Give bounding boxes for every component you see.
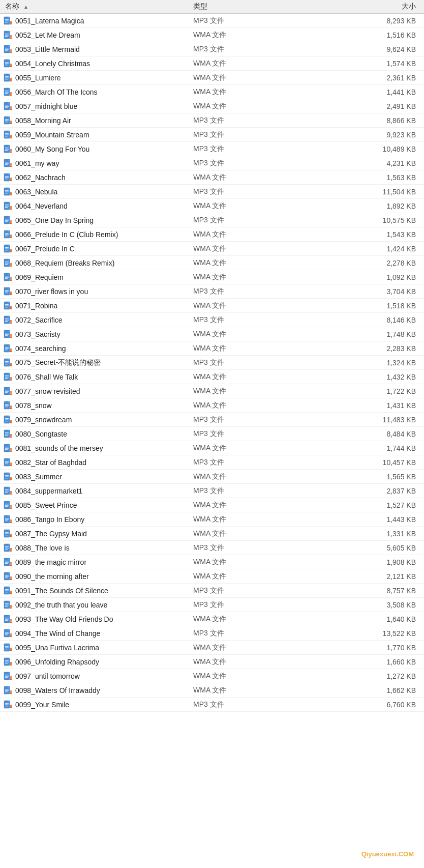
svg-rect-187 [11, 307, 12, 307]
row-name-cell: 0060_My Song For You [0, 144, 193, 154]
table-row[interactable]: 0099_Your Smile MP3 文件 6,760 KB [0, 698, 424, 712]
row-filename: 0082_Star of Baghdad [15, 458, 86, 467]
svg-rect-211 [5, 350, 8, 350]
table-row[interactable]: 0098_Waters Of Irrawaddy WMA 文件 1,662 KB [0, 683, 424, 698]
svg-rect-137 [5, 233, 9, 234]
table-row[interactable]: 0096_Unfolding Rhapsody WMA 文件 1,660 KB [0, 655, 424, 669]
table-row[interactable]: 0082_Star of Baghdad MP3 文件 10,457 KB [0, 455, 424, 470]
table-row[interactable]: 0056_March Of The Icons WMA 文件 1,441 KB [0, 85, 424, 99]
svg-rect-58 [5, 107, 8, 108]
table-row[interactable]: 0079_snowdream MP3 文件 11,483 KB [0, 413, 424, 427]
table-row[interactable]: 0089_the magic mirror WMA 文件 1,908 KB [0, 555, 424, 569]
svg-rect-367 [11, 592, 12, 592]
table-row[interactable]: 0066_Prelude In C (Club Remix) WMA 文件 1,… [0, 227, 424, 242]
svg-rect-116 [11, 193, 12, 194]
svg-rect-322 [11, 520, 12, 521]
table-row[interactable]: 0074_searching WMA 文件 2,283 KB [0, 341, 424, 356]
svg-rect-132 [11, 220, 12, 221]
row-filename: 0093_The Way Old Friends Do [15, 615, 113, 623]
table-row[interactable]: 0054_Lonely Christmas WMA 文件 1,574 KB [0, 56, 424, 71]
svg-rect-193 [5, 321, 8, 322]
table-row[interactable]: 0061_my way MP3 文件 4,231 KB [0, 156, 424, 170]
table-row[interactable]: 0083_Summer WMA 文件 1,565 KB [0, 470, 424, 484]
svg-rect-349 [11, 563, 12, 564]
table-row[interactable]: 0092_the truth that you leave MP3 文件 3,5… [0, 598, 424, 612]
table-row[interactable]: 0058_Morning Air MP3 文件 8,866 KB [0, 113, 424, 128]
row-name-cell: 0057_midnight blue [0, 102, 193, 111]
table-row[interactable]: 0077_snow revisited WMA 文件 1,722 KB [0, 384, 424, 398]
table-row[interactable]: 0097_until tomorrow WMA 文件 1,272 KB [0, 669, 424, 683]
svg-rect-148 [5, 250, 8, 250]
file-list-table: 名称 ▲ 类型 大小 0051_Laterna Magica MP3 文件 8,… [0, 0, 424, 712]
table-row[interactable]: 0088_The love is MP3 文件 5,605 KB [0, 541, 424, 555]
svg-rect-267 [11, 434, 12, 435]
svg-rect-155 [5, 262, 9, 262]
table-row[interactable]: 0052_Let Me Dream WMA 文件 1,516 KB [0, 28, 424, 42]
row-size-cell: 2,121 KB [295, 572, 424, 581]
row-type-cell: WMA 文件 [193, 173, 295, 182]
header-type[interactable]: 类型 [193, 2, 295, 11]
table-row[interactable]: 0072_Sacrifice MP3 文件 8,146 KB [0, 313, 424, 327]
table-row[interactable]: 0068_Requiem (Breaks Remix) WMA 文件 2,278… [0, 256, 424, 270]
svg-rect-139 [5, 236, 8, 236]
file-icon [3, 88, 12, 97]
row-type-cell: WMA 文件 [193, 515, 295, 524]
svg-rect-363 [5, 590, 9, 591]
table-row[interactable]: 0062_Nachrach WMA 文件 1,563 KB [0, 170, 424, 185]
svg-rect-337 [5, 549, 8, 549]
table-row[interactable]: 0059_Mountain Stream MP3 文件 9,923 KB [0, 128, 424, 142]
file-icon [3, 31, 12, 40]
header-size[interactable]: 大小 [295, 2, 424, 11]
table-row[interactable]: 0095_Una Furtiva Lacrima WMA 文件 1,770 KB [0, 641, 424, 655]
table-row[interactable]: 0070_river flows in you MP3 文件 3,704 KB [0, 284, 424, 299]
table-row[interactable]: 0060_My Song For You MP3 文件 10,489 KB [0, 142, 424, 156]
table-row[interactable]: 0057_midnight blue WMA 文件 2,491 KB [0, 99, 424, 113]
svg-rect-427 [5, 691, 8, 692]
row-filename: 0092_the truth that you leave [15, 601, 107, 609]
svg-rect-332 [11, 535, 12, 536]
table-row[interactable]: 0094_The Wind of Change MP3 文件 13,522 KB [0, 626, 424, 641]
table-row[interactable]: 0090_the morning after WMA 文件 2,121 KB [0, 569, 424, 584]
table-row[interactable]: 0067_Prelude In C WMA 文件 1,424 KB [0, 242, 424, 256]
table-row[interactable]: 0075_Secret-不能说的秘密 MP3 文件 1,324 KB [0, 356, 424, 370]
file-icon [3, 301, 12, 310]
table-row[interactable]: 0087_The Gypsy Maid WMA 文件 1,331 KB [0, 527, 424, 541]
table-row[interactable]: 0093_The Way Old Friends Do WMA 文件 1,640… [0, 612, 424, 626]
file-icon [3, 244, 12, 253]
svg-rect-112 [5, 193, 8, 193]
svg-rect-232 [11, 378, 12, 379]
table-row[interactable]: 0069_Requiem WMA 文件 1,092 KB [0, 270, 424, 284]
table-row[interactable]: 0078_snow WMA 文件 1,431 KB [0, 398, 424, 413]
row-filename: 0079_snowdream [15, 416, 72, 424]
row-type-cell: WMA 文件 [193, 615, 295, 624]
table-row[interactable]: 0085_Sweet Prince WMA 文件 1,527 KB [0, 498, 424, 512]
table-row[interactable]: 0073_Sacristy WMA 文件 1,748 KB [0, 327, 424, 341]
table-row[interactable]: 0071_Robina WMA 文件 1,518 KB [0, 299, 424, 313]
header-name[interactable]: 名称 ▲ [0, 2, 193, 11]
table-row[interactable]: 0065_One Day In Spring MP3 文件 10,575 KB [0, 213, 424, 227]
svg-rect-197 [11, 322, 12, 322]
file-icon [3, 543, 12, 553]
file-icon [3, 330, 12, 339]
row-name-cell: 0098_Waters Of Irrawaddy [0, 686, 193, 695]
svg-rect-429 [11, 690, 12, 691]
table-row[interactable]: 0091_The Sounds Of Silence MP3 文件 8,757 … [0, 584, 424, 598]
table-row[interactable]: 0053_Little Mermaid MP3 文件 9,624 KB [0, 42, 424, 56]
svg-rect-80 [11, 136, 12, 137]
file-icon [3, 672, 12, 681]
row-filename: 0084_suppermarket1 [15, 487, 82, 495]
svg-rect-276 [11, 448, 12, 449]
table-row[interactable]: 0064_Neverland WMA 文件 1,892 KB [0, 199, 424, 213]
table-row[interactable]: 0055_Lumiere WMA 文件 2,361 KB [0, 71, 424, 85]
row-filename: 0053_Little Mermaid [15, 45, 80, 53]
table-row[interactable]: 0063_Nebula MP3 文件 11,504 KB [0, 185, 424, 199]
table-row[interactable]: 0081_sounds of the mersey WMA 文件 1,744 K… [0, 441, 424, 455]
table-row[interactable]: 0080_Songtaste MP3 文件 8,484 KB [0, 427, 424, 441]
row-size-cell: 1,424 KB [295, 245, 424, 253]
table-row[interactable]: 0051_Laterna Magica MP3 文件 8,293 KB [0, 14, 424, 28]
table-row[interactable]: 0086_Tango In Ebony WMA 文件 1,443 KB [0, 512, 424, 527]
table-row[interactable]: 0084_suppermarket1 MP3 文件 2,837 KB [0, 484, 424, 498]
table-row[interactable]: 0076_Shall We Talk WMA 文件 1,432 KB [0, 370, 424, 384]
svg-rect-385 [11, 620, 12, 621]
svg-rect-305 [11, 493, 12, 493]
